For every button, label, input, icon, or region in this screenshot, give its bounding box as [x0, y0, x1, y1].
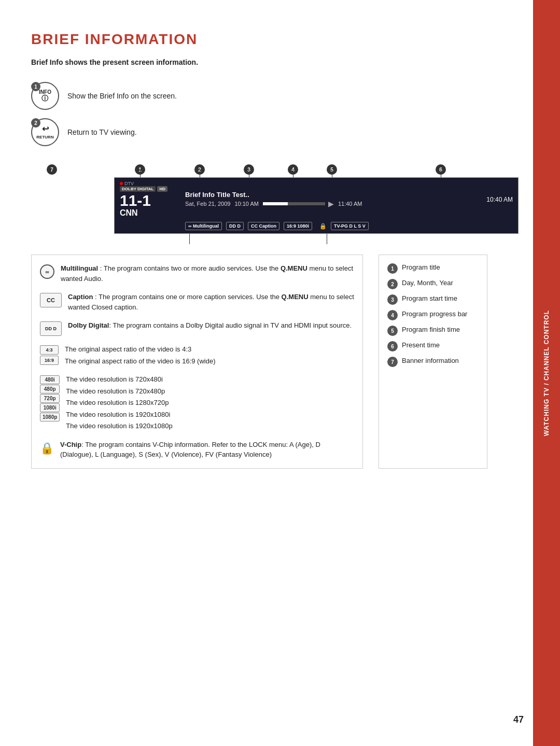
bullet-list: 1 Program title 2 Day, Month, Year 3 Pro…: [379, 255, 487, 469]
date-time-row: Sat, Feb 21, 2009 10:10 AM ▶ 11:40 AM: [185, 200, 486, 208]
bullet-1: 1 Program title: [387, 263, 479, 274]
bullet-label-3: Program start time: [402, 294, 457, 302]
desc-vchip: 🔒 V-Chip: The program contains V-Chip in…: [40, 440, 354, 460]
banner-icons-row: ∞ Multilingual DD D CC Caption 16:9 1080…: [120, 220, 513, 230]
icon-badges: ∞ Multilingual DD D CC Caption 16:9 1080…: [185, 222, 369, 230]
desc-dolby: DD D Dolby Digital: The program contains…: [40, 320, 354, 336]
info-sections: ∞ Multilingual : The program contains tw…: [31, 255, 487, 469]
line-down-2: [327, 234, 327, 244]
channel-info: DTV DOLBY DIGITAL HD 11-1 CNN: [120, 181, 177, 218]
desc-aspect: 4:3 16:9 The original aspect ratio of th…: [40, 344, 354, 366]
callout-line-5: [332, 170, 332, 177]
desc-caption: CC Caption : The program contains one or…: [40, 292, 354, 312]
bullet-7: 7 Banner information: [387, 357, 479, 367]
channel-name: CNN: [120, 208, 138, 218]
subtitle: Brief Info shows the present screen info…: [31, 58, 487, 66]
bullet-2: 2 Day, Month, Year: [387, 279, 479, 289]
res-1080p-text: The video resolution is 1920x1080p: [66, 421, 172, 431]
dolby-box: DD D: [40, 321, 62, 336]
step-1-icon[interactable]: 1 INFOⓘ: [31, 82, 59, 110]
step-2-text: Return to TV viewing.: [67, 128, 137, 136]
step-1-icon-inner: INFOⓘ: [39, 89, 51, 102]
bullet-5: 5 Program finish time: [387, 326, 479, 336]
bullet-label-7: Banner information: [402, 357, 459, 364]
multilingual-desc: Multilingual : The program contains two …: [61, 263, 354, 284]
desc-multilingual: ∞ Multilingual : The program contains tw…: [40, 263, 354, 284]
bullet-num-2: 2: [387, 279, 398, 289]
callout-7: 7: [47, 164, 57, 175]
callout-line-3: [249, 170, 249, 177]
multilingual-circle: ∞: [40, 264, 54, 279]
res-1080i-text: The video resolution is 1920x1080i: [66, 410, 172, 420]
dolby-badge: DOLBY DIGITAL: [120, 186, 156, 192]
bullet-num-4: 4: [387, 310, 398, 320]
step-2-icon[interactable]: 2 ↩RETURN: [31, 118, 59, 146]
multilingual-icon: ∞ Multilingual: [185, 222, 222, 230]
bullet-label-1: Program title: [402, 263, 440, 271]
aspect-stack: 4:3 16:9: [40, 345, 59, 365]
res-720p-text: The video resolution is 1280x720p: [66, 398, 172, 408]
start-time: 10:10 AM: [234, 201, 258, 207]
bullet-num-1: 1: [387, 263, 398, 274]
page-number: 47: [513, 714, 524, 725]
lock-icon-small: 🔒: [319, 223, 327, 230]
bullet-num-5: 5: [387, 326, 398, 336]
caption-box: CC: [40, 293, 62, 307]
icon-descriptions: ∞ Multilingual : The program contains tw…: [31, 255, 363, 469]
steps-container: 1 INFOⓘ Show the Brief Info on the scree…: [31, 82, 487, 146]
program-title: Brief Info Title Test..: [185, 191, 486, 199]
aspect-desc: The original aspect ratio of the video i…: [65, 344, 216, 366]
step-1: 1 INFOⓘ Show the Brief Info on the scree…: [31, 82, 487, 110]
caption-desc: Caption : The program contains one or mo…: [68, 292, 354, 312]
step-2-number: 2: [31, 118, 40, 128]
callout-line-1: [140, 170, 141, 177]
resolution-stack: 480i 480p 720p 1080i 1080p: [40, 375, 60, 421]
current-time: 10:40 AM: [486, 196, 513, 203]
line-down-1: [189, 234, 190, 244]
diagram-wrapper: 7 1 2 3 4 5 6: [31, 162, 487, 244]
step-2: 2 ↩RETURN Return to TV viewing.: [31, 118, 487, 146]
sidebar-label: WATCHING TV / CHANNEL CONTROL: [543, 310, 550, 436]
step-1-number: 1: [31, 82, 40, 91]
res-480i: 480i: [40, 375, 60, 384]
program-info: Brief Info Title Test.. Sat, Feb 21, 200…: [185, 191, 486, 208]
res-1080i: 1080i: [40, 403, 60, 412]
page-title: BRIEF INFORMATION: [31, 31, 487, 48]
res-480p: 480p: [40, 385, 60, 393]
resolution-desc: The video resolution is 720x480i The vid…: [66, 374, 172, 431]
aspect-43: 4:3: [40, 345, 59, 355]
bullet-4: 4 Program progress bar: [387, 310, 479, 320]
progress-bar-container: ▶: [263, 200, 334, 208]
res-720p: 720p: [40, 394, 60, 403]
program-date: Sat, Feb 21, 2009: [185, 201, 230, 207]
aspect-icon: 16:9 1080i: [284, 222, 312, 230]
hd-badge: HD: [157, 186, 167, 192]
rating-icon: TV-PG D L S V: [331, 222, 369, 230]
dolby-desc: Dolby Digital: The program contains a Do…: [68, 320, 352, 331]
bullet-label-6: Present time: [402, 341, 440, 349]
desc-resolution: 480i 480p 720p 1080i 1080p The video res…: [40, 374, 354, 431]
callout-line-2: [200, 170, 200, 177]
end-time: 11:40 AM: [338, 201, 362, 207]
step-1-text: Show the Brief Info on the screen.: [67, 92, 177, 100]
bullet-label-4: Program progress bar: [402, 310, 467, 318]
callout-line-6: [441, 170, 441, 177]
res-1080p: 1080p: [40, 413, 60, 421]
bullet-3: 3 Program start time: [387, 294, 479, 305]
lock-icon-large: 🔒: [40, 442, 54, 455]
badges: DOLBY DIGITAL HD: [120, 186, 167, 192]
dd-icon: DD D: [226, 222, 244, 230]
aspect-169-text: The original aspect ratio of the video i…: [65, 356, 216, 367]
bullet-6: 6 Present time: [387, 341, 479, 351]
res-480p-text: The video resolution is 720x480p: [66, 386, 172, 397]
vchip-desc: V-Chip: The program contains V-Chip info…: [60, 440, 354, 460]
red-dot: [120, 182, 123, 185]
bullet-label-2: Day, Month, Year: [402, 279, 453, 287]
progress-bar: [263, 202, 325, 205]
aspect-169: 16:9: [40, 356, 59, 365]
cc-icon: CC Caption: [248, 222, 279, 230]
res-480i-text: The video resolution is 720x480i: [66, 374, 172, 385]
aspect-43-text: The original aspect ratio of the video i…: [65, 344, 216, 355]
bullet-num-3: 3: [387, 294, 398, 305]
step-2-icon-inner: ↩RETURN: [36, 124, 53, 139]
